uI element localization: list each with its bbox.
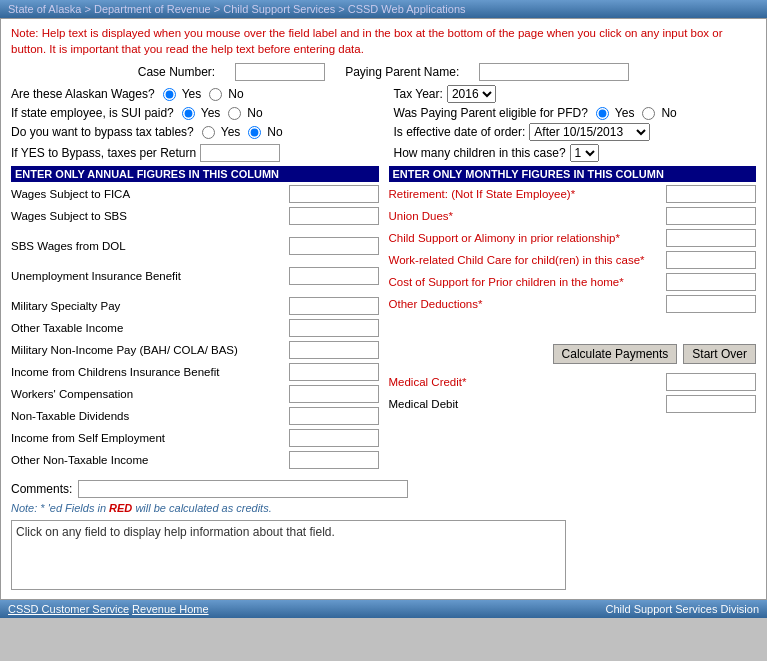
sbs-dol-input[interactable] <box>289 237 379 255</box>
right-column: Enter Only Monthly Figures in this colum… <box>389 166 757 472</box>
unemployment-input[interactable] <box>289 267 379 285</box>
footer: CSSD Customer Service Revenue Home Child… <box>0 600 767 618</box>
revenue-home-link[interactable]: Revenue Home <box>132 603 208 615</box>
state-employee-label: If state employee, is SUI paid? <box>11 106 174 120</box>
pfd-no-radio[interactable] <box>642 107 655 120</box>
other-taxable-input[interactable] <box>289 319 379 337</box>
effective-date-row: Is effective date of order: After 10/15/… <box>394 123 757 141</box>
workers-comp-label: Workers' Compensation <box>11 387 289 402</box>
self-employment-input[interactable] <box>289 429 379 447</box>
retirement-input[interactable] <box>666 185 756 203</box>
other-deductions-label: Other Deductions* <box>389 297 667 312</box>
credits-note-red: RED <box>109 502 132 514</box>
case-number-input[interactable] <box>235 63 325 81</box>
bypass-yes-radio[interactable] <box>202 126 215 139</box>
child-support-input[interactable] <box>666 229 756 247</box>
alaskan-no-label: No <box>228 87 243 101</box>
table-row: Child Support or Alimony in prior relati… <box>389 228 757 248</box>
effective-date-select[interactable]: After 10/15/2013 Before 10/15/2013 <box>529 123 650 141</box>
buttons-row: Calculate Payments Start Over <box>389 344 757 364</box>
main-content: Note: Help text is displayed when you mo… <box>0 18 767 600</box>
bypass-no-radio[interactable] <box>248 126 261 139</box>
table-row: Work-related Child Care for child(ren) i… <box>389 250 757 270</box>
sui-yes-radio[interactable] <box>182 107 195 120</box>
footer-right-text: Child Support Services Division <box>606 603 759 615</box>
table-row: Income from Childrens Insurance Benefit <box>11 362 379 382</box>
comments-row: Comments: <box>11 480 756 498</box>
credits-note: Note: * 'ed Fields in RED will be calcul… <box>11 502 756 514</box>
state-employee-row: If state employee, is SUI paid? Yes No <box>11 106 374 120</box>
bypass-no-label: No <box>267 125 282 139</box>
credits-note-text1: Note: * 'ed Fields in <box>11 502 109 514</box>
pfd-yes-radio[interactable] <box>596 107 609 120</box>
comments-input[interactable] <box>78 480 408 498</box>
options-grid: Are these Alaskan Wages? Yes No Tax Year… <box>11 85 756 162</box>
tax-year-row: Tax Year: 2014 2015 2016 2017 <box>394 85 757 103</box>
military-non-income-label: Military Non-Income Pay (BAH/ COLA/ BAS) <box>11 343 289 358</box>
table-row: Wages Subject to FICA <box>11 184 379 204</box>
alaskan-no-radio[interactable] <box>209 88 222 101</box>
military-non-income-input[interactable] <box>289 341 379 359</box>
tax-year-label: Tax Year: <box>394 87 443 101</box>
retirement-label: Retirement: (Not If State Employee)* <box>389 187 667 202</box>
table-row: Income from Self Employment <box>11 428 379 448</box>
table-row: Unemployment Insurance Benefit <box>11 266 379 286</box>
medical-debit-input[interactable] <box>666 395 756 413</box>
union-dues-label: Union Dues* <box>389 209 667 224</box>
children-select[interactable]: 1 2 3 4 5 <box>570 144 599 162</box>
pfd-label: Was Paying Parent eligible for PFD? <box>394 106 588 120</box>
cost-support-input[interactable] <box>666 273 756 291</box>
paying-parent-input[interactable] <box>479 63 629 81</box>
other-nontaxable-label: Other Non-Taxable Income <box>11 453 289 468</box>
nontaxable-dividends-input[interactable] <box>289 407 379 425</box>
medical-credit-input[interactable] <box>666 373 756 391</box>
top-fields: Case Number: Paying Parent Name: <box>11 63 756 81</box>
alaskan-wages-label: Are these Alaskan Wages? <box>11 87 155 101</box>
cost-support-label: Cost of Support for Prior children in th… <box>389 275 667 290</box>
fica-label: Wages Subject to FICA <box>11 187 289 202</box>
bypass-row: Do you want to bypass tax tables? Yes No <box>11 123 374 141</box>
footer-links: CSSD Customer Service Revenue Home <box>8 603 209 615</box>
comments-label: Comments: <box>11 482 72 496</box>
fica-input[interactable] <box>289 185 379 203</box>
bypass-label: Do you want to bypass tax tables? <box>11 125 194 139</box>
table-row: Workers' Compensation <box>11 384 379 404</box>
start-over-button[interactable]: Start Over <box>683 344 756 364</box>
sbs-input[interactable] <box>289 207 379 225</box>
other-taxable-label: Other Taxable Income <box>11 321 289 336</box>
left-column-header: Enter Only Annual Figures in this column <box>11 166 379 182</box>
table-row: Wages Subject to SBS <box>11 206 379 226</box>
sbs-label: Wages Subject to SBS <box>11 209 289 224</box>
work-child-care-input[interactable] <box>666 251 756 269</box>
cssd-customer-service-link[interactable]: CSSD Customer Service <box>8 603 129 615</box>
alaskan-yes-radio[interactable] <box>163 88 176 101</box>
work-child-care-label: Work-related Child Care for child(ren) i… <box>389 253 667 268</box>
help-text-area[interactable]: Click on any field to display help infor… <box>11 520 566 590</box>
nontaxable-dividends-label: Non-Taxable Dividends <box>11 409 289 424</box>
tax-year-select[interactable]: 2014 2015 2016 2017 <box>447 85 496 103</box>
self-employment-label: Income from Self Employment <box>11 431 289 446</box>
table-row: Medical Credit* <box>389 372 757 392</box>
case-number-label: Case Number: <box>138 65 215 79</box>
sui-no-label: No <box>247 106 262 120</box>
credits-note-text2: will be calculated as credits. <box>132 502 271 514</box>
pfd-yes-label: Yes <box>615 106 635 120</box>
form-columns: Enter Only Annual Figures in this column… <box>11 166 756 472</box>
childrens-insurance-input[interactable] <box>289 363 379 381</box>
table-row: Military Non-Income Pay (BAH/ COLA/ BAS) <box>11 340 379 360</box>
union-dues-input[interactable] <box>666 207 756 225</box>
children-label: How many children in this case? <box>394 146 566 160</box>
military-specialty-input[interactable] <box>289 297 379 315</box>
calculate-payments-button[interactable]: Calculate Payments <box>553 344 678 364</box>
medical-debit-label: Medical Debit <box>389 397 667 412</box>
other-nontaxable-input[interactable] <box>289 451 379 469</box>
breadcrumb: State of Alaska > Department of Revenue … <box>0 0 767 18</box>
table-row: Military Specialty Pay <box>11 296 379 316</box>
other-deductions-input[interactable] <box>666 295 756 313</box>
table-row: Retirement: (Not If State Employee)* <box>389 184 757 204</box>
bypass-return-input[interactable] <box>200 144 280 162</box>
pfd-row: Was Paying Parent eligible for PFD? Yes … <box>394 106 757 120</box>
sui-no-radio[interactable] <box>228 107 241 120</box>
breadcrumb-item-4: CSSD Web Applications <box>348 3 466 15</box>
workers-comp-input[interactable] <box>289 385 379 403</box>
